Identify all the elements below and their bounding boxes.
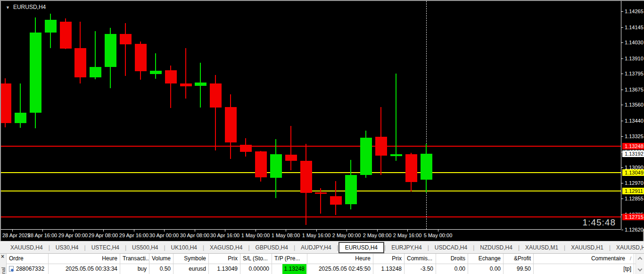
column-header-13[interactable]: &Profit [504,254,534,264]
time-axis-label: 1 May 08:00 [272,232,300,238]
column-header-2[interactable]: Transacti... [120,254,149,264]
candle-body [255,151,267,177]
time-tick [316,230,317,232]
terminal-scrollbar[interactable] [636,254,644,274]
price-tick [621,105,623,105]
price-tick [621,136,623,137]
chart-window: ▼EURUSD,H4 1:45:48 1.142651.141451.14030… [0,0,644,241]
time-axis-label: 5 May 00:00 [424,232,453,238]
table-cell-0: 288067332 [7,264,49,274]
time-axis-label: 29 Apr 00:00 [58,232,88,238]
tp-highlighted-value: 1.13248 [282,264,306,274]
table-cell-7: 1.13248 [272,264,307,274]
column-header-5[interactable]: Prix [209,254,240,264]
candle-body [30,33,41,113]
tab-xagusd-h4[interactable]: XAGUSD,H4 [204,242,248,253]
price-axis-label: 1.12620 [625,227,644,232]
price-tick [621,230,623,230]
candle-body [375,137,387,156]
candle-wick [185,48,186,99]
candle-body [60,22,72,49]
column-header-12[interactable]: Echange [468,254,504,264]
vertical-dashed-line[interactable] [426,1,427,229]
price-axis-label: 1.14145 [625,25,644,30]
time-tick [73,230,74,232]
time-axis-label: 2 May 08:00 [363,232,392,238]
price-tick [621,42,623,43]
price-axis-label: 1.13440 [625,118,644,124]
time-tick [377,230,378,232]
table-cell-9: 1.13248 [373,264,405,274]
horizontal-price-line[interactable] [1,216,621,217]
candle-body [135,44,147,71]
tab-audjpy-h4[interactable]: AUDJPY,H4 [295,242,337,253]
candlestick-plot[interactable] [1,1,621,229]
column-header-10[interactable]: Commis... [405,254,436,264]
horizontal-price-line[interactable] [1,146,621,147]
table-row[interactable]: 2880673322025.05.05 00:33:34buy0.50eurus… [7,264,636,274]
tab-ustec-h4[interactable]: USTEC,H4 [86,242,125,253]
price-axis-label: 1.13795 [625,71,644,76]
price-line-label-box: 1.12715 [622,214,644,220]
candle-body [225,107,237,142]
tab-xauusd-h1[interactable]: XAUUSD,H1 [565,242,609,253]
table-cell-8: 2025.05.05 02:45:50 [307,264,373,274]
candle-wick [155,53,156,79]
column-header-0[interactable]: Ordre [7,254,49,264]
sort-indicator-icon[interactable]: / [630,256,631,261]
table-cell-10: -3.50 [405,264,436,274]
tab-usdcad-h4[interactable]: USDCAD,H4 [429,242,473,253]
chart-dropdown-icon[interactable]: ▼ [6,5,10,10]
column-header-3[interactable]: Volume [149,254,173,264]
table-cell-3: 0.50 [149,264,173,274]
price-line-label-box: 1.13248 [622,143,644,149]
candle-body [74,48,86,77]
candle-body [285,155,297,161]
table-cell-12: 0.00 [468,264,504,274]
column-header-14[interactable]: Commentaire/ [534,254,634,264]
tab-us30-h4[interactable]: US30,H4 [50,242,84,253]
tab-eurusd-h4[interactable]: EURUSD,H4 [339,242,384,253]
scroll-up-icon[interactable] [638,257,643,262]
time-tick [12,230,13,232]
tab-gbpusd-h4[interactable]: GBPUSD,H4 [250,242,294,253]
close-icon[interactable]: × [1,254,4,260]
price-tick [621,121,623,121]
table-cell-1: 2025.05.05 00:33:34 [49,264,120,274]
time-axis-label: 30 Apr 00:00 [149,232,179,238]
column-header-8[interactable]: Heure [307,254,373,264]
candle-body [90,67,101,77]
price-axis-label: 1.13675 [625,87,644,92]
column-header-4[interactable]: Symbole [173,254,209,264]
time-tick [195,230,195,232]
column-header-1[interactable]: Heure [49,254,120,264]
candle-body [330,196,342,205]
candle-body [390,154,402,156]
candle-body [165,70,177,83]
table-cell-13: 99.50 [504,264,534,274]
tab-nzdusd-h4[interactable]: NZDUSD,H4 [474,242,518,253]
candle-body [150,71,162,74]
tab-uk100-h4[interactable]: UK100,H4 [165,242,203,253]
tab-xauusd-h1[interactable]: XAUUSD,H1 [611,242,644,253]
column-header-11[interactable]: Droits [436,254,468,264]
tab-eurjpy-h4[interactable]: EURJPY,H4 [386,242,427,253]
column-header-7[interactable]: T/P (Pre... [272,254,307,264]
scroll-down-icon[interactable] [638,267,643,272]
time-axis-label: 29 Apr 08:00 [89,232,118,238]
price-tick [621,27,623,28]
tab-us500-h4[interactable]: US500,H4 [126,242,164,253]
tab-xauusd-m1[interactable]: XAUUSD,M1 [520,242,564,253]
terminal-caption: Terminal [0,267,6,274]
time-axis-label: 2 May 16:00 [393,232,422,238]
column-header-9[interactable]: Prix [373,254,405,264]
candle-body [195,83,206,86]
tab-xauusd-h4[interactable]: XAUUSD,H4 [5,242,49,253]
time-axis: 28 Apr 202528 Apr 16:0029 Apr 00:0029 Ap… [1,229,621,241]
time-tick [42,230,43,232]
candle-body [105,34,116,67]
candle-body [360,138,372,175]
column-header-6[interactable]: S/L (Sto... [240,254,272,264]
price-tick [621,167,623,168]
time-axis-label: 1 May 00:00 [241,232,270,238]
